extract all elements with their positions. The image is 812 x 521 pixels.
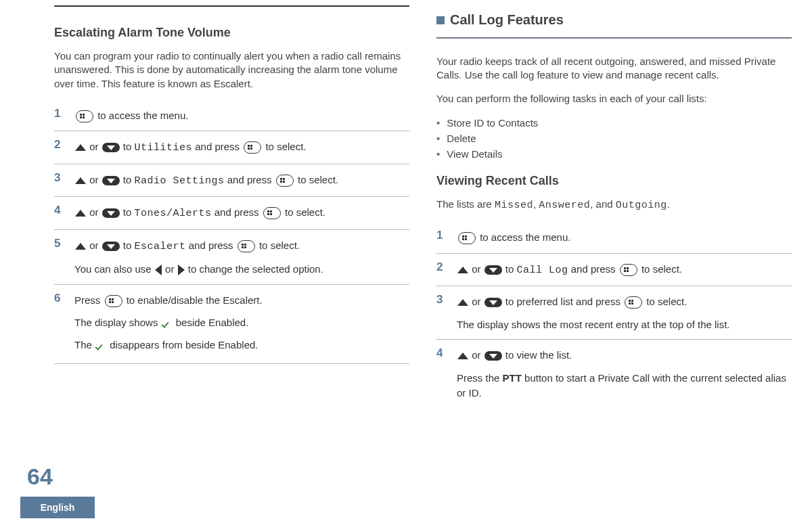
step-number: 2 bbox=[436, 260, 449, 279]
step-number: 4 bbox=[436, 346, 449, 401]
list-item: •View Details bbox=[436, 146, 792, 162]
ptt-label: PTT bbox=[503, 372, 522, 384]
right-arrow-icon bbox=[178, 265, 185, 275]
menu-tones-alerts: Tones/Alerts bbox=[135, 208, 212, 219]
down-arrow-icon bbox=[102, 208, 120, 218]
ok-button-icon bbox=[620, 264, 637, 276]
call-log-intro-1: Your radio keeps track of all recent out… bbox=[436, 55, 792, 83]
list-item: •Store ID to Contacts bbox=[436, 115, 792, 131]
menu-radio-settings: Radio Settings bbox=[135, 175, 225, 187]
step-body: or to view the list. Press the PTT butto… bbox=[457, 346, 792, 401]
step-body: or to Radio Settings and press to select… bbox=[74, 171, 409, 190]
top-rule bbox=[54, 5, 409, 7]
step-number: 2 bbox=[54, 138, 66, 157]
step: 2 or to Utilities and press to select. bbox=[54, 131, 409, 164]
step-body: or to preferred list and press to select… bbox=[457, 293, 792, 332]
step-number: 1 bbox=[436, 229, 449, 246]
ok-button-icon bbox=[625, 296, 642, 309]
language-tab: English bbox=[20, 497, 95, 518]
step-body: to access the menu. bbox=[457, 229, 792, 246]
step-body: to access the menu. bbox=[74, 107, 409, 124]
section-rule bbox=[436, 37, 792, 39]
step-aux-text: The display shows beside Enabled. bbox=[74, 315, 409, 331]
step-aux-text: The disappears from beside Enabled. bbox=[74, 338, 409, 353]
up-arrow-icon bbox=[457, 267, 468, 273]
menu-utilities: Utilities bbox=[135, 142, 193, 154]
left-column: Escalating Alarm Tone Volume You can pro… bbox=[54, 0, 409, 474]
up-arrow-icon bbox=[75, 144, 86, 151]
step-aux-text: The display shows the most recent entry … bbox=[457, 317, 792, 333]
step: 2 or to Call Log and press to select. bbox=[436, 253, 792, 286]
up-arrow-icon bbox=[457, 353, 468, 359]
step: 1 to access the menu. bbox=[436, 222, 792, 253]
menu-call-log: Call Log bbox=[517, 265, 568, 276]
ok-button-icon bbox=[105, 295, 122, 307]
step: 3 or to preferred list and press to sele… bbox=[436, 286, 792, 339]
ok-button-icon bbox=[238, 240, 255, 252]
page-number: 64 bbox=[27, 463, 53, 490]
up-arrow-icon bbox=[457, 299, 468, 306]
ok-button-icon bbox=[76, 110, 93, 122]
down-arrow-icon bbox=[484, 265, 502, 275]
ok-button-icon bbox=[263, 207, 281, 219]
step-body: or to Tones/Alerts and press to select. bbox=[74, 204, 409, 223]
down-arrow-icon bbox=[484, 298, 502, 307]
menu-escalert: Escalert bbox=[135, 241, 186, 252]
step: 4 or to Tones/Alerts and press to select… bbox=[54, 196, 409, 229]
up-arrow-icon bbox=[75, 243, 86, 250]
down-arrow-icon bbox=[102, 242, 120, 251]
ok-button-icon bbox=[244, 141, 261, 154]
call-log-intro-2: You can perform the following tasks in e… bbox=[436, 92, 792, 106]
step-number: 3 bbox=[54, 171, 66, 190]
heading-call-log: Call Log Features bbox=[450, 12, 564, 28]
step: 5 or to Escalert and press to select. Yo… bbox=[54, 229, 409, 284]
up-arrow-icon bbox=[75, 210, 86, 217]
step-body: Press to enable/disable the Escalert. Th… bbox=[74, 292, 409, 353]
left-arrow-icon bbox=[155, 265, 162, 275]
step: 4 or to view the list. Press the PTT but… bbox=[436, 339, 792, 408]
check-icon bbox=[162, 320, 172, 327]
step-body: or to Utilities and press to select. bbox=[74, 138, 409, 157]
section-bullet-icon bbox=[436, 16, 445, 24]
intro-escalating: You can program your radio to continuall… bbox=[54, 49, 409, 91]
down-arrow-icon bbox=[102, 176, 120, 185]
heading-viewing-recent: Viewing Recent Calls bbox=[436, 174, 792, 188]
step-number: 1 bbox=[54, 107, 66, 124]
step: 1 to access the menu. bbox=[54, 100, 409, 131]
step-number: 6 bbox=[54, 292, 66, 353]
ok-button-icon bbox=[458, 232, 476, 244]
viewing-steps: 1 to access the menu. 2 or to Call Log a… bbox=[436, 222, 792, 408]
right-column: Call Log Features Your radio keeps track… bbox=[436, 0, 792, 474]
down-arrow-icon bbox=[102, 143, 120, 152]
up-arrow-icon bbox=[75, 177, 86, 184]
down-arrow-icon bbox=[484, 351, 502, 361]
list-outgoing: Outgoing bbox=[616, 200, 667, 211]
step-number: 5 bbox=[54, 237, 66, 277]
task-bullets: •Store ID to Contacts •Delete •View Deta… bbox=[436, 115, 792, 162]
step-number: 4 bbox=[54, 204, 66, 223]
check-icon bbox=[96, 342, 106, 349]
step: 3 or to Radio Settings and press to sele… bbox=[54, 164, 409, 197]
step-body: or to Escalert and press to select. You … bbox=[74, 237, 409, 277]
escalert-steps: 1 to access the menu. 2 or to Utilities … bbox=[54, 100, 409, 365]
step: 6 Press to enable/disable the Escalert. … bbox=[54, 284, 409, 360]
closing-rule bbox=[54, 363, 409, 364]
bullet-dot-icon: • bbox=[436, 117, 440, 129]
list-answered: Answered bbox=[539, 200, 590, 211]
list-item: •Delete bbox=[436, 131, 792, 146]
step-body: or to Call Log and press to select. bbox=[457, 260, 792, 279]
step-aux-text: Press the PTT button to start a Private … bbox=[457, 371, 792, 401]
bullet-dot-icon: • bbox=[436, 148, 440, 160]
heading-escalating: Escalating Alarm Tone Volume bbox=[54, 26, 409, 40]
step-number: 3 bbox=[436, 293, 449, 332]
ok-button-icon bbox=[276, 175, 294, 187]
list-missed: Missed bbox=[495, 200, 533, 211]
step-aux-text: You can also use or to change the select… bbox=[74, 262, 409, 277]
lists-text: The lists are Missed, Answered, and Outg… bbox=[436, 198, 792, 212]
section-header-row: Call Log Features bbox=[436, 12, 792, 28]
bullet-dot-icon: • bbox=[436, 133, 440, 144]
